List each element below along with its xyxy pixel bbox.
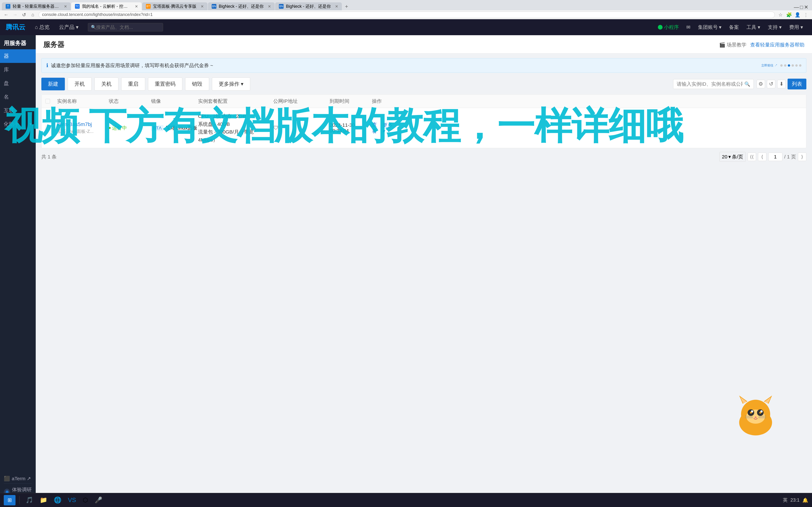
scene-teaching-link[interactable]: 🎬 场景教学 [719, 42, 747, 48]
header-spec: 实例套餐配置 [198, 98, 273, 105]
sidebar-item-server[interactable]: 器 [0, 49, 36, 63]
header-search[interactable]: 🔍 [88, 23, 163, 32]
maximize-button[interactable]: □ [800, 4, 803, 10]
mini-program-icon [658, 25, 663, 30]
page-size-selector[interactable]: 20 ▾ 条/页 [719, 152, 746, 162]
next-page-button[interactable]: ⟩ [798, 153, 806, 161]
sidebar-item-internet[interactable]: 互联 [0, 104, 36, 117]
destroy-button[interactable]: 销毁 [185, 77, 209, 91]
tab-favicon-1: T [6, 4, 10, 9]
billing-item[interactable]: 费用 ▾ [786, 19, 806, 35]
reload-button[interactable]: ↺ [21, 11, 27, 18]
header-nav-overview[interactable]: ⌂ 总览 [30, 19, 54, 35]
dot-4[interactable] [792, 64, 794, 67]
new-tab-button[interactable]: ＋ [342, 2, 351, 10]
content-area: 服务器 🎬 场景教学 查看轻量应用服务器帮助 ℹ 诚邀您参加轻量应用服务器应用场… [36, 35, 812, 507]
page-number-input[interactable] [768, 153, 782, 161]
prev-page-button[interactable]: ⟨ [758, 153, 766, 161]
support-item[interactable]: 支持 ▾ [765, 19, 785, 35]
tab-close-4[interactable]: ✕ [268, 4, 271, 9]
instance-name[interactable]: lhins-3as5m7bj [57, 121, 109, 127]
row-select-checkbox[interactable] [45, 125, 50, 130]
tab-label-1: 轻量 - 轻量应用服务器 - 标 [13, 3, 60, 9]
dot-1[interactable] [780, 64, 782, 67]
filing-item[interactable]: 备案 [726, 19, 742, 35]
reset-password-button[interactable]: 重置密码 [148, 77, 182, 91]
tencent-cloud-header: 腾讯云 ⌂ 总览 云产品 ▾ 🔍 小程序 ✉ 集团账号 ▾ 备案 工具 ▾ 支持… [0, 19, 812, 35]
more-actions-link[interactable]: 更多 ▾ [383, 122, 395, 134]
select-all-checkbox[interactable] [45, 99, 50, 104]
status-dot [109, 127, 111, 129]
bookmark-icon[interactable]: ☆ [777, 11, 784, 18]
tools-item[interactable]: 工具 ▾ [743, 19, 764, 35]
cat-mascot [732, 394, 779, 441]
taskbar-lang[interactable]: 英 [783, 497, 788, 503]
browser-tab-4[interactable]: BN BigNeck - 还好、还是你 ✕ [208, 2, 275, 10]
sidebar-item-domain[interactable]: 名 [0, 90, 36, 104]
dot-6[interactable] [799, 64, 801, 67]
start-button[interactable]: ⊞ [4, 495, 15, 505]
first-page-button[interactable]: ⟨⟨ [748, 153, 756, 161]
browser-tab-2[interactable]: TC 我的域名 - 云解析 - 控制台 ✕ [71, 2, 142, 10]
menu-icon[interactable]: ⋮ [803, 11, 809, 18]
header-search-input[interactable] [96, 25, 160, 30]
refresh-icon[interactable]: ↺ [767, 80, 775, 88]
notice-link[interactable]: 立即前往 ↗ [761, 63, 777, 68]
tab-close-2[interactable]: ✕ [135, 4, 138, 9]
header-nav-products[interactable]: 云产品 ▾ [54, 19, 83, 35]
tab-favicon-5: BN [279, 4, 284, 9]
taskbar-files[interactable]: 📁 [37, 495, 50, 505]
toolbar-icons: ⚙ ↺ ⬇ 列表 [757, 78, 806, 90]
instance-search-box[interactable]: 🔍 [673, 79, 754, 89]
more-actions-button[interactable]: 更多操作 ▾ [212, 77, 250, 91]
header-name: 实例名称 [57, 98, 109, 105]
new-instance-button[interactable]: 新建 [41, 78, 65, 91]
scene-icon: 🎬 [719, 42, 725, 48]
sidebar-aterm[interactable]: ⬛ aTerm ↗ [4, 474, 32, 483]
group-account-item[interactable]: 集团账号 ▾ [695, 19, 725, 35]
sidebar-item-disk[interactable]: 盘 [0, 76, 36, 90]
url-input[interactable]: console.cloud.tencent.com/lighthouse/ins… [39, 11, 775, 18]
search-icon[interactable]: 🔍 [744, 81, 750, 87]
forward-button[interactable]: → [12, 11, 18, 18]
home-button[interactable]: ⌂ [30, 11, 36, 18]
dot-2[interactable] [784, 64, 786, 67]
taskbar-browser[interactable]: 🌐 [51, 495, 64, 505]
stop-button[interactable]: 关机 [94, 77, 118, 91]
browser-tab-3[interactable]: BT 宝塔面板·腾讯云专享版 ✕ [142, 2, 207, 10]
view-detail-link[interactable]: 查看 [372, 121, 381, 134]
sidebar-item-automation[interactable]: 化助手 ▾ [0, 117, 36, 131]
taskbar-notify[interactable]: 🔔 [802, 497, 808, 503]
tab-close-1[interactable]: ✕ [64, 4, 67, 9]
view-help-link[interactable]: 查看轻量应用服务器帮助 [750, 42, 805, 48]
download-icon[interactable]: ⬇ [777, 80, 786, 88]
minimize-button[interactable]: — [794, 4, 799, 10]
taskbar-music[interactable]: 🎵 [23, 495, 36, 505]
mail-item[interactable]: ✉ [683, 19, 694, 35]
shield-icon: 🛡 [273, 125, 278, 131]
taskbar-mic[interactable]: 🎤 [92, 495, 105, 505]
sidebar-item-db[interactable]: 库 [0, 63, 36, 76]
tab-close-3[interactable]: ✕ [201, 4, 204, 9]
folder-icon: 📁 [40, 496, 47, 504]
back-button[interactable]: ← [3, 11, 9, 18]
taskbar-vscode[interactable]: VS [65, 495, 79, 505]
browser-tab-5[interactable]: BN BigNeck - 还好、还是你 ✕ [275, 2, 342, 10]
mini-program-item[interactable]: 小程序 [655, 19, 682, 35]
list-view-button[interactable]: 列表 [788, 78, 806, 90]
info-icon: ℹ [46, 62, 48, 68]
dot-5[interactable] [795, 64, 798, 67]
tab-close-5[interactable]: ✕ [335, 4, 338, 9]
close-window-button[interactable]: ✕ [804, 4, 808, 10]
instance-search-input[interactable] [677, 81, 743, 87]
profile-icon[interactable]: 👤 [794, 11, 801, 18]
extensions-icon[interactable]: 🧩 [786, 11, 792, 18]
tab-label-4: BigNeck - 还好、还是你 [219, 3, 264, 9]
browser-tab-1[interactable]: T 轻量 - 轻量应用服务器 - 标 ✕ [2, 2, 71, 10]
dot-3[interactable] [788, 64, 790, 67]
start-button[interactable]: 开机 [68, 77, 92, 91]
restart-button[interactable]: 重启 [121, 77, 145, 91]
tencent-cloud-logo[interactable]: 腾讯云 [6, 23, 26, 32]
taskbar-node[interactable]: ⬡ [80, 495, 91, 505]
settings-icon[interactable]: ⚙ [757, 80, 765, 88]
